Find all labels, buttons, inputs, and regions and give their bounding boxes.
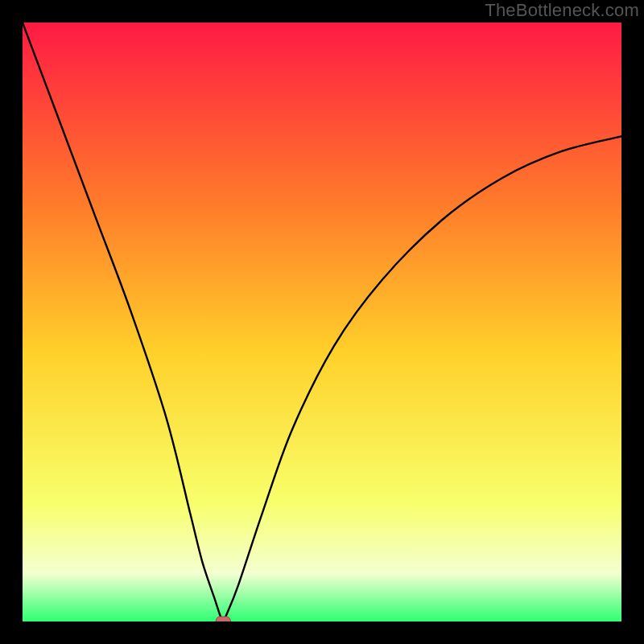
watermark-text: TheBottleneck.com <box>485 0 639 21</box>
gradient-background <box>23 23 621 621</box>
optimum-marker <box>216 617 230 621</box>
chart-svg <box>23 23 621 621</box>
outer-frame: TheBottleneck.com <box>0 0 644 644</box>
plot-area <box>23 23 621 621</box>
